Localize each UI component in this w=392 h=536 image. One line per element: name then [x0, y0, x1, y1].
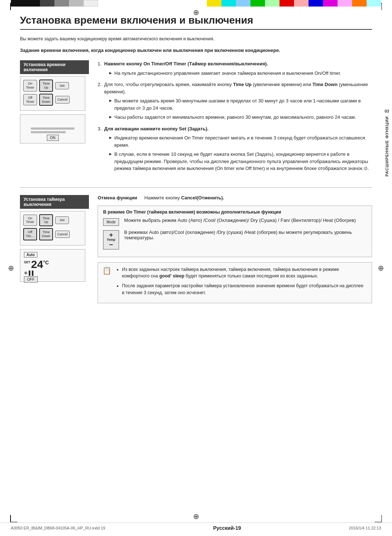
display-screen-2: Auto SET 24 °C ❄ ▌▌ OFF — [20, 249, 85, 282]
color-swatch-ltmag — [338, 0, 352, 7]
color-swatch-magenta — [323, 0, 338, 7]
step-3-bullet-2: В случае, если в течение 10 секунд не бу… — [109, 151, 372, 172]
color-swatch-black2 — [25, 0, 40, 7]
step-1-bullets: На пульте дистанционного управления зами… — [104, 70, 372, 77]
color-swatch-blue — [309, 0, 323, 7]
compass-right: ⊕ — [378, 264, 384, 272]
cancel-row: Отмена функции Нажмите кнопку Cancel(Отм… — [98, 195, 372, 200]
cancel-btn-2: Cancel — [55, 231, 70, 238]
color-swatch-red — [279, 0, 294, 7]
remote-row-3: OnTimer TimeUp Set — [23, 214, 82, 227]
step-3-bullets: Индикатор времени включения On Timer пер… — [104, 134, 372, 172]
color-swatch-ltblue — [236, 0, 250, 7]
time-down-btn: TimeDown — [39, 94, 53, 106]
info-box-title: В режиме On Timer (таймера включения) во… — [103, 210, 367, 215]
info-box: В режиме On Timer (таймера включения) во… — [98, 206, 372, 257]
compass-top: ⊕ — [193, 8, 199, 17]
plus-sign: + — [109, 232, 113, 238]
step-3-bullet-1: Индикатор времени включения On Timer пер… — [109, 134, 372, 149]
color-swatch-ltred — [294, 0, 309, 7]
remote-illustration-1: OnTimer TimeUp Set OffTimer TimeDown Can… — [20, 76, 85, 111]
section2-box-label: Установка таймера выключения — [20, 195, 89, 209]
section1-right-col: 1. Нажмите кнопку On Timer/Off Timer (Та… — [98, 60, 372, 176]
section2-left-col: Установка таймера выключения OnTimer Tim… — [20, 195, 89, 303]
trim-mark — [10, 515, 11, 522]
on-timer-btn-2: OnTimer — [23, 215, 37, 226]
cancel-btn: Cancel — [55, 96, 70, 103]
step-1-num: 1. — [98, 60, 102, 68]
section1-left-col: Установка времени включения OnTimer Time… — [20, 60, 89, 176]
time-up-btn: TimeUp — [39, 80, 53, 92]
color-swatch-mid — [54, 0, 69, 7]
top-color-bar — [0, 0, 392, 7]
section2-right-col: Отмена функции Нажмите кнопку Cancel(Отм… — [98, 195, 372, 303]
auto-indicator: Auto — [24, 252, 37, 257]
feature-row-mode: Mode Можете выбрать режим Auto (Авто) /C… — [103, 218, 367, 226]
section2-layout: Установка таймера выключения OnTimer Tim… — [20, 195, 372, 303]
trim-mark — [375, 522, 382, 523]
step-3-num: 3. — [98, 125, 102, 133]
mode-text: Можете выбрать режим Auto (Авто) /Cool/ … — [124, 218, 356, 223]
off-timer-btn-2: OffTim… — [23, 228, 37, 240]
color-swatch-light — [69, 0, 83, 7]
cancel-function-label: Отмена функции — [98, 195, 137, 200]
time-down-btn-2: TimeDown — [39, 228, 53, 240]
minus-sign: − — [109, 241, 113, 248]
compass-bottom: ⊕ — [193, 512, 199, 521]
color-swatch-ltgreen — [265, 0, 279, 7]
color-swatch-white — [83, 0, 98, 7]
cancel-function-desc: Нажмите кнопку Cancel(Отменить). — [144, 195, 224, 200]
note-item-1: Из всех заданных настроек таймера выключ… — [122, 266, 367, 280]
display-lines — [31, 127, 74, 135]
color-swatch-black — [11, 0, 25, 7]
steps-list: 1. Нажмите кнопку On Timer/Off Timer (Та… — [98, 60, 372, 172]
remote-row-4: OffTim… TimeDown Cancel — [23, 228, 82, 240]
section1-box-label: Установка времени включения — [20, 60, 89, 74]
feature-row-temp: + Temp − В режимах Auto (авто)/Cool (охл… — [103, 230, 367, 249]
note-item-2: После задания параметров настройки тайме… — [122, 283, 367, 296]
off-timer-btn: OffTimer — [23, 94, 37, 106]
note-list: Из всех заданных настроек таймера выключ… — [116, 266, 367, 296]
color-swatch-green — [250, 0, 265, 7]
trim-mark — [10, 522, 17, 523]
color-swatch-orange — [352, 0, 367, 7]
icons-row: ❄ ▌▌ — [24, 271, 81, 276]
step-1: 1. Нажмите кнопку On Timer/Off Timer (Та… — [98, 60, 372, 77]
compass-left: ⊕ — [8, 264, 14, 272]
trim-mark — [381, 515, 382, 522]
color-swatch-cyan — [221, 0, 236, 7]
section-heading: Задание времени включения, когда кондици… — [20, 47, 372, 54]
page-footer: A3050 ER_IB&IM_DB68-04105A-06_HP_RU.indd… — [0, 523, 392, 531]
step-1-bullet-1: На пульте дистанционного управления зами… — [109, 70, 372, 77]
set-btn: Set — [55, 82, 69, 90]
on-indicator: ON — [47, 135, 59, 141]
section-separator — [20, 187, 372, 188]
set-label: SET — [24, 260, 30, 264]
step-2: 2. Для того, чтобы отрегулировать время,… — [98, 81, 372, 121]
note-icon: 📋 — [102, 266, 111, 275]
side-chapter-num: 03 — [385, 109, 389, 113]
temp-display: SET 24 °C — [24, 259, 81, 270]
step-2-bullet-1: Вы можете задавать время 30-минутными ша… — [109, 97, 372, 111]
footer-page-number: Русский-19 — [213, 525, 241, 531]
remote-row-2: OffTimer TimeDown Cancel — [23, 94, 82, 106]
display-line-1 — [31, 127, 74, 130]
footer-left: A3050 ER_IB&IM_DB68-04105A-06_HP_RU.indd… — [11, 526, 105, 530]
footer-right: 2016/1/4 11:22:13 — [349, 526, 381, 530]
color-swatch-yellow — [207, 0, 221, 7]
temp-icon: + Temp − — [103, 230, 119, 249]
step-2-bullets: Вы можете задавать время 30-минутными ша… — [104, 97, 372, 121]
off-indicator: OFF — [24, 276, 38, 283]
temp-text: В режимах Auto (авто)/Cool (охлаждение) … — [124, 230, 367, 240]
set-btn-2: Set — [55, 216, 69, 224]
subtitle-paragraph: Вы можете задать вашему кондиционеру вре… — [20, 36, 372, 41]
page-title: Установка времени включения и выключения — [20, 15, 372, 30]
remote-row-1: OnTimer TimeUp Set — [23, 80, 82, 92]
step-2-bullet-2: Часы работы задаются от минимального вре… — [109, 114, 372, 121]
side-chapter-label: РАСШИРЕННЫЕ ФУНКЦИИ — [385, 116, 389, 176]
step-2-num: 2. — [98, 81, 102, 88]
section1-layout: Установка времени включения OnTimer Time… — [20, 60, 372, 176]
on-timer-btn: OnTimer — [23, 80, 37, 92]
remote-illustration-2: OnTimer TimeUp Set OffTim… TimeDown Canc… — [20, 211, 85, 245]
page-content: Установка времени включения и выключения… — [20, 15, 372, 303]
